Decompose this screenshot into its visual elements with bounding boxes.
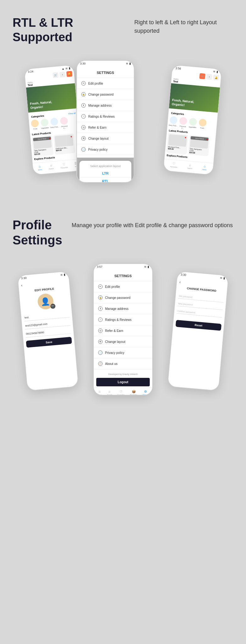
ltr-option[interactable]: LTR [80,170,131,177]
section-rtl: RTL & LTR Supported Right to left & Left… [0,0,246,199]
time-edit: 3:30 [21,276,27,280]
layout-picker-title: Select application layout [80,163,131,170]
s2-refer[interactable]: ◎ Refer & Earn [94,325,152,336]
settings-ratings[interactable]: ☆ Ratings & Reviews [77,111,134,122]
category-dairy: Dairy Prod... [50,118,59,130]
reset-button[interactable]: Reset [176,320,221,331]
battery-icon-center: ▮ [129,62,131,65]
products-row-left: Out of Stock ♥ Tata Sampann Chilli... $1… [31,133,80,157]
s2-privacy[interactable]: 📄 Privacy policy [94,347,152,358]
veg-icon-right [189,118,197,126]
privacy-icon: 📄 [81,147,86,152]
nav-search-left[interactable]: ⌕Search [48,164,54,170]
status-icons-left: ▲ ≋ ▮ [62,67,71,70]
upload-icon-box: ↑ [59,71,66,78]
veg-label: Vegetables [41,126,49,129]
nav-s2-settings[interactable]: ⚙Settings [143,390,148,395]
phone-right-content: Categories Dairy Prod... Personal C... V… [165,109,218,163]
change-layout-icon: ⊞ [81,136,86,141]
search-icon-right: ⌕ [189,163,191,167]
time-center: 3:30 [80,62,86,65]
time-settings2: 3:57 [97,265,103,268]
save-button[interactable]: Save [26,337,72,348]
nav-fav-label-left: Favourites [60,166,68,169]
time-right: 3:56 [176,67,181,70]
settings-title-center: SETTINGS [77,69,134,78]
wifi-icon-cpw: ≋ [220,277,223,280]
wifi-icon-s2: ≋ [144,265,147,268]
status-icons-center: ≋ ▮ [126,62,131,65]
developed-by: Developed by Gravity Infotech [94,372,152,377]
edit-profile-icon: ✏ [81,81,86,86]
view-all-left: View all [68,112,76,115]
nav-home-left[interactable]: ⌂Home [37,165,42,171]
dairy-label-right: Dairy Prod... [169,124,177,127]
ratings-icon: ☆ [81,114,86,119]
battery-icon: ▮ [69,67,70,70]
notification-icon-box: 🔔 [66,71,73,77]
status-bar-settings2: 3:57 ≋ ▮ [94,264,152,270]
upload-icon-box-right: ↑ [206,74,212,80]
nav-search-right[interactable]: ⌕Search [187,163,193,169]
s2-about[interactable]: 📋 About us [94,358,152,369]
nav-fav-right[interactable]: ♡Favourites [170,162,178,168]
nav-s2-orders-label: My Orders [130,394,137,395]
back-arrow-edit[interactable]: ‹ [21,283,22,288]
s2-addr-label: Manage address [105,307,129,311]
phone-center-top: 3:30 ≋ ▮ SETTINGS ✏ Edit profile 🔒 Chang… [76,60,135,183]
settings-refer[interactable]: ◎ Refer & Earn [77,122,134,133]
status-icons-settings2: ≋ ▮ [144,265,149,268]
battery-icon-cpw: ▮ [223,277,225,280]
s2-layout[interactable]: ⊞ Change layout [94,336,152,347]
out-of-stock-1: Out of Stock [33,137,51,141]
change-password-label: Change password [88,93,114,96]
change-pw-content: ‹ CHANGE PASSWORD Old password New passw… [173,277,228,332]
hero-banner-right: Fresh, Natural,Organic! [169,83,220,113]
settings-manage-address[interactable]: ℹ Manage address [77,100,134,111]
nav-s2-search[interactable]: ⌕Search [107,390,112,395]
s2-change-password[interactable]: 🔒 Change password [94,292,152,303]
nav-s2-fav-label: Favourites [117,394,125,395]
nav-s2-home[interactable]: ⌂Home [98,390,102,395]
s2-ratings[interactable]: ☆ Ratings & Reviews [94,314,152,325]
settings-change-password[interactable]: 🔒 Change password [77,89,134,100]
rtl-option[interactable]: RTL [80,177,131,183]
orders-icon-s2: 📦 [132,390,136,393]
nav-fav-left[interactable]: ♡Favourites [60,162,68,169]
nav-search-label-right: Search [187,167,192,169]
search-icon-left: ⌕ [50,164,52,167]
battery-icon-s2: ▮ [148,265,149,268]
section2-title: ProfileSettings [13,217,62,248]
category-vegetables: Vegetables [40,119,50,131]
s2-layout-icon: ⊞ [98,339,103,344]
nav-home-right[interactable]: ⌂Home [202,165,207,171]
s2-about-icon: 📋 [98,361,103,366]
logout-button[interactable]: Logout [96,378,150,386]
nav-s2-fav[interactable]: ♡Favourites [117,390,125,395]
nav-s2-orders[interactable]: 📦My Orders [130,390,137,395]
s2-privacy-label: Privacy policy [105,351,124,355]
battery-icon-edit: ▮ [64,273,65,276]
dairy-icon [50,118,59,126]
battery-icon-right: ▮ [216,70,218,73]
personal-icon-right [179,117,187,125]
s2-manage-address[interactable]: ℹ Manage address [94,303,152,314]
s2-edit-label: Edit profile [105,285,120,288]
s2-edit-profile[interactable]: ✏ Edit profile [94,281,152,292]
settings-change-layout[interactable]: ⊞ Change layout [77,133,134,144]
settings-privacy[interactable]: 📄 Privacy policy [77,144,134,155]
settings-edit-profile[interactable]: ✏ Edit profile [77,78,134,89]
s2-edit-icon: ✏ [98,284,103,289]
wifi-icon-center: ≋ [126,62,128,65]
refer-icon: ◎ [81,125,86,130]
personal-icon [60,117,68,125]
s2-refer-label: Refer & Earn [105,329,123,333]
phones-row-1: 3:24 ▲ ≋ ▮ 🛒 ↑ 🔔 Hello, Test Fresh, Natu… [13,57,233,189]
heart-icon-r2: ♥ [206,138,208,141]
camera-icon[interactable]: 📷 [50,304,55,309]
out-of-stock-r2: Out of Stock [191,136,209,141]
layout-picker-overlay: Select application layout LTR RTL Cancel [77,158,134,183]
status-icons-right: ≋ ▮ [213,70,218,73]
status-icons-edit: ≋ ▮ [60,273,65,277]
section2-header: ProfileSettings Manage your profile with… [13,217,233,248]
